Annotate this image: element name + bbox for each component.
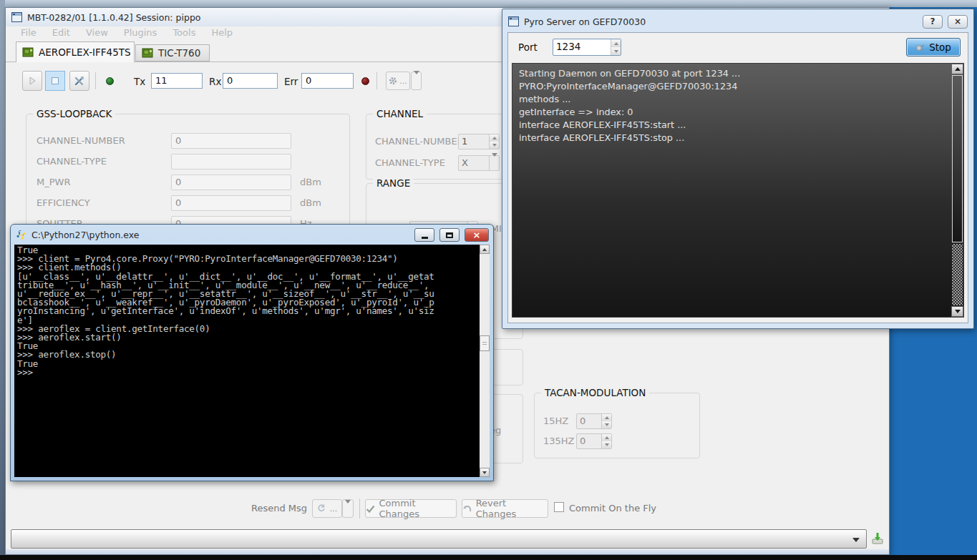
field-row: EFFICIENCY 0 dBm <box>26 195 349 212</box>
log-line: Starting Daemon on GEFD70030 at port 123… <box>519 67 948 80</box>
pyro-server-window: Pyro Server on GEFD70030 ? × Port 1234 S… <box>502 9 974 329</box>
scrollbar-thumb[interactable] <box>480 335 490 351</box>
close-icon: × <box>473 230 481 240</box>
commit-changes-button[interactable]: Commit Changes <box>365 499 457 518</box>
python-console-window: C:\Python27\python.exe × True>>> client … <box>10 224 494 481</box>
channel-type-label: CHANNEL-TYPE <box>37 156 107 167</box>
chevron-down-icon <box>414 74 419 88</box>
message-combobox[interactable] <box>11 529 867 549</box>
channel-type-label: CHANNEL-TYPE <box>375 157 445 168</box>
port-spinner[interactable]: 1234 <box>553 39 621 56</box>
commitbar-separator <box>359 498 360 519</box>
channel-number-spinner[interactable]: 1 <box>458 134 500 149</box>
resend-button[interactable]: ... <box>312 499 342 518</box>
python-titlebar[interactable]: C:\Python27\python.exe × <box>16 227 489 242</box>
minimize-button[interactable] <box>414 228 434 242</box>
check-icon <box>366 505 375 513</box>
err-count-field[interactable]: 0 <box>301 73 354 89</box>
channel-number-label: CHANNEL-NUMBER <box>37 135 125 146</box>
desktop-left-edge <box>0 0 5 555</box>
field-unit: dBm <box>300 197 321 208</box>
field-row: M_PWR 0 dBm <box>26 175 349 192</box>
menu-item-tools[interactable]: Tools <box>165 26 203 41</box>
help-icon: ? <box>930 16 935 26</box>
tab-aeroflex-iff45ts[interactable]: AEROFLEX-IFF45TS <box>16 41 135 62</box>
channel-group-title: CHANNEL <box>373 108 427 119</box>
menu-item-help[interactable]: Help <box>203 26 240 41</box>
menu-item-edit[interactable]: Edit <box>44 26 78 41</box>
stop-server-button[interactable]: Stop <box>906 38 961 57</box>
tab-tic-t760[interactable]: TIC-T760 <box>135 44 210 62</box>
options-dropdown-button[interactable] <box>411 72 422 90</box>
resend-dropdown-button[interactable] <box>342 499 354 518</box>
rx-count-field[interactable]: 0 <box>223 73 278 89</box>
console-line: >>> aeroflex.stop() <box>17 350 477 359</box>
help-button[interactable]: ? <box>923 15 943 29</box>
stop-button[interactable] <box>45 71 65 91</box>
close-button[interactable]: × <box>948 15 968 29</box>
play-button[interactable] <box>22 71 42 91</box>
device-chip-icon <box>22 47 34 57</box>
tx-label: Tx <box>134 76 145 87</box>
scroll-down-icon[interactable] <box>951 306 963 317</box>
gear-icon <box>389 77 397 85</box>
python-icon <box>16 230 26 240</box>
pyro-titlebar[interactable]: Pyro Server on GEFD70030 ? × <box>508 14 968 29</box>
tacan-15hz-label: 15HZ <box>543 416 568 426</box>
channel-type-input[interactable] <box>171 154 291 170</box>
channel-number-input[interactable]: 0 <box>171 133 291 149</box>
stop-server-label: Stop <box>929 41 951 53</box>
menu-item-file[interactable]: File <box>13 26 44 41</box>
chevron-down-icon <box>345 503 351 514</box>
console-line: yroInstancing', u'getInterface', u'index… <box>17 307 477 315</box>
plug-icon <box>915 43 925 51</box>
maximize-button[interactable] <box>439 228 460 242</box>
commit-on-the-fly-checkbox[interactable] <box>554 502 564 512</box>
stop-icon <box>51 77 59 85</box>
python-console-lines: True>>> client = Pyro4.core.Proxy("PYRO:… <box>17 246 477 377</box>
log-line: interface AEROFLEX-IFF45TS:start ... <box>519 119 948 132</box>
close-button[interactable]: × <box>465 228 489 242</box>
field-unit: dBm <box>300 177 321 187</box>
options-button[interactable]: ... <box>386 72 410 90</box>
m-pwr-input[interactable]: 0 <box>171 175 291 190</box>
chevron-down-icon <box>492 157 497 170</box>
tacan-15hz-spinner[interactable]: 0 <box>576 413 612 429</box>
scrollbar-track[interactable] <box>952 244 963 305</box>
import-button[interactable] <box>871 532 884 548</box>
scroll-up-icon[interactable] <box>951 64 963 74</box>
tx-status-led <box>106 77 114 85</box>
tacan-modulation-group: TACAN-MODULATION 15HZ 0 135HZ 0 <box>534 393 700 458</box>
menu-item-view[interactable]: View <box>78 26 116 41</box>
efficiency-label: EFFICIENCY <box>37 197 90 208</box>
scrollbar-thumb[interactable] <box>952 75 963 242</box>
python-console[interactable]: True>>> client = Pyro4.core.Proxy("PYRO:… <box>14 245 490 477</box>
revert-changes-button[interactable]: Revert Changes <box>462 499 548 518</box>
toolbar-separator <box>376 72 377 89</box>
configure-button[interactable] <box>69 71 89 91</box>
tab-label: AEROFLEX-IFF45TS <box>39 46 131 58</box>
channel-group: CHANNEL CHANNEL-NUMBER 1 CHANNEL-TYPE X <box>366 114 523 180</box>
tx-count-field[interactable]: 11 <box>151 73 203 89</box>
m-pwr-label: M_PWR <box>37 177 70 187</box>
revert-changes-label: Revert Changes <box>476 498 548 519</box>
python-console-scrollbar[interactable] <box>480 245 490 477</box>
menu-item-plugins[interactable]: Plugins <box>116 26 165 41</box>
python-window-title: C:\Python27\python.exe <box>31 230 139 240</box>
main-window-bottom-border <box>6 549 889 554</box>
tacan-135hz-spinner[interactable]: 0 <box>576 433 612 449</box>
chevron-down-icon <box>852 538 860 542</box>
efficiency-input[interactable]: 0 <box>171 195 291 211</box>
toolbar-separator <box>95 72 96 89</box>
channel-type-combo[interactable]: X <box>458 155 500 171</box>
pyro-console-scrollbar[interactable] <box>951 64 963 317</box>
undo-icon <box>462 505 472 513</box>
main-window-title: MBT-0282/01 [1.1.0.42] Session: pippo <box>27 12 200 23</box>
scroll-up-icon[interactable] <box>480 245 490 254</box>
scroll-down-icon[interactable] <box>480 468 490 477</box>
tacan-title: TACAN-MODULATION <box>541 387 649 398</box>
port-label: Port <box>518 41 538 53</box>
log-line: methods ... <box>519 93 948 106</box>
console-line: >>> aeroflex.start() <box>17 333 477 342</box>
device-chip-icon <box>142 48 154 58</box>
